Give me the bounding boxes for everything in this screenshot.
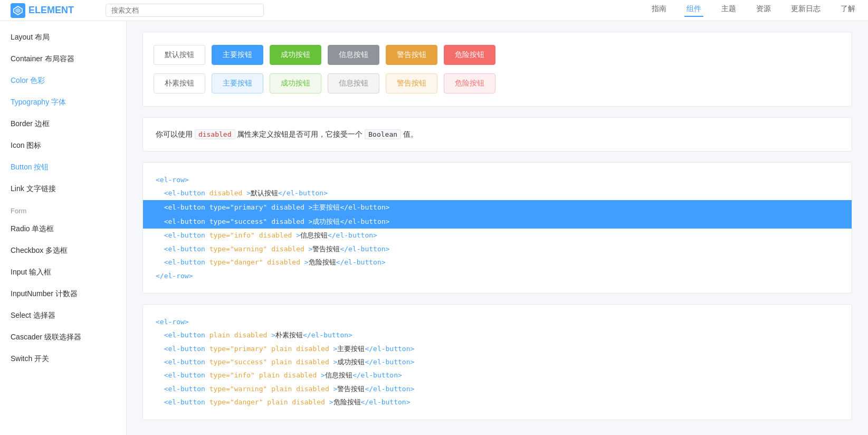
code-tag-h: <el-button <box>164 218 205 225</box>
search-input[interactable] <box>106 4 264 17</box>
nav-guide[interactable]: 指南 <box>650 4 669 17</box>
sidebar-item-radio[interactable]: Radio 单选框 <box>0 218 126 240</box>
search-bar[interactable] <box>106 4 264 17</box>
code-tag: </el-button> <box>303 331 352 339</box>
code-line-p5: <el-button type="warning" plain disabled… <box>156 382 839 395</box>
nav-about[interactable]: 了解 <box>838 4 857 17</box>
code-tag: <el-button <box>164 231 205 239</box>
code-line-6: <el-button type="danger" disabled >危险按钮<… <box>156 256 839 269</box>
code-tag: <el-row> <box>156 176 189 184</box>
btn-primary[interactable]: 主要按钮 <box>212 45 263 65</box>
code-line-elrow-open: <el-row> <box>156 173 839 186</box>
content-area: Layout 布局 Container 布局容器 Color 色彩 Typogr… <box>0 21 868 435</box>
btn-info[interactable]: 信息按钮 <box>328 45 379 65</box>
sidebar-item-container[interactable]: Container 布局容器 <box>0 48 126 70</box>
code-tag: <el-button <box>164 345 205 353</box>
code-line-3-highlighted: <el-button type="success" disabled >成功按钮… <box>143 214 852 229</box>
code-tag: <el-button <box>164 385 205 393</box>
code-attr-h: type="primary" disabled <box>209 203 304 211</box>
code-attr: plain disabled <box>209 331 268 339</box>
logo: ELEMENT <box>11 3 74 18</box>
info-code-boolean: Boolean <box>365 129 401 139</box>
btn-warning[interactable]: 警告按钮 <box>386 45 437 65</box>
code-tag: <el-button <box>164 245 205 253</box>
btn-plain-default[interactable]: 朴素按钮 <box>154 73 205 93</box>
code-line-p6: <el-button type="danger" plain disabled … <box>156 395 839 409</box>
nav-component[interactable]: 组件 <box>684 4 703 17</box>
code-line-elrow-close: </el-row> <box>156 269 839 282</box>
code-tag: </el-button> <box>352 371 402 379</box>
sidebar-item-typography[interactable]: Typography 字体 <box>0 91 126 113</box>
code-text: 危险按钮 <box>309 258 336 266</box>
nav-theme[interactable]: 主题 <box>719 4 738 17</box>
code-text: 警告按钮 <box>337 385 365 393</box>
code-text: 成功按钮 <box>337 358 365 366</box>
sidebar-item-border[interactable]: Border 边框 <box>0 113 126 135</box>
code-tag: > <box>296 231 300 239</box>
code-tag: <el-button <box>164 398 205 406</box>
code-line-4: <el-button type="info" disabled >信息按钮</e… <box>156 229 839 242</box>
code-tag: </el-button> <box>336 258 386 266</box>
sidebar-item-link[interactable]: Link 文字链接 <box>0 178 126 200</box>
info-box: 你可以使用 disabled 属性来定义按钮是否可用，它接受一个 Boolean… <box>142 117 852 152</box>
code-line-p3: <el-button type="success" plain disabled… <box>156 355 839 368</box>
code-block-2: <el-row> <el-button plain disabled >朴素按钮… <box>142 304 852 420</box>
code-attr: disabled <box>209 189 243 197</box>
code-attr-h: type="success" disabled <box>209 218 304 225</box>
code-attr: type="primary" plain disabled <box>209 345 329 353</box>
btn-success[interactable]: 成功按钮 <box>270 45 321 65</box>
sidebar-item-icon[interactable]: Icon 图标 <box>0 135 126 156</box>
code-attr: type="info" disabled <box>209 231 292 239</box>
code-line-p1: <el-button plain disabled >朴素按钮</el-butt… <box>156 328 839 342</box>
button-row-2: 朴素按钮 主要按钮 成功按钮 信息按钮 警告按钮 危险按钮 <box>154 73 841 93</box>
code-tag-h3: </el-button> <box>340 203 389 211</box>
nav-changelog[interactable]: 更新日志 <box>789 4 823 17</box>
sidebar-item-switch[interactable]: Switch 开关 <box>0 348 126 370</box>
btn-plain-info[interactable]: 信息按钮 <box>328 73 379 93</box>
code-line-p4: <el-button type="info" plain disabled >信… <box>156 368 839 382</box>
code-text: 朴素按钮 <box>275 331 303 339</box>
code-tag: </el-button> <box>365 358 414 366</box>
btn-plain-success[interactable]: 成功按钮 <box>270 73 321 93</box>
code-text: 警告按钮 <box>312 245 340 253</box>
code-tag: <el-button <box>164 371 205 379</box>
sidebar-item-select[interactable]: Select 选择器 <box>0 305 126 326</box>
code-line-p2: <el-button type="primary" plain disabled… <box>156 342 839 355</box>
code-tag: <el-button <box>164 189 205 197</box>
code-text-h: 成功按钮 <box>312 218 340 225</box>
sidebar-section-form: Form <box>0 200 126 218</box>
code-attr: type="warning" disabled <box>209 245 304 253</box>
btn-default[interactable]: 默认按钮 <box>154 45 205 65</box>
code-attr: type="danger" disabled <box>209 258 300 266</box>
code-tag: <el-row> <box>156 318 189 326</box>
code-attr: type="success" plain disabled <box>209 358 329 366</box>
sidebar-item-layout[interactable]: Layout 布局 <box>0 26 126 48</box>
code-block-1: <el-row> <el-button disabled >默认按钮</el-b… <box>142 162 852 294</box>
nav-resource[interactable]: 资源 <box>754 4 773 17</box>
btn-plain-danger[interactable]: 危险按钮 <box>444 73 495 93</box>
sidebar-item-button[interactable]: Button 按钮 <box>0 156 126 178</box>
btn-plain-warning[interactable]: 警告按钮 <box>386 73 437 93</box>
sidebar-item-color[interactable]: Color 色彩 <box>0 70 126 91</box>
code-text: 默认按钮 <box>251 189 278 197</box>
code-tag: </el-button> <box>365 385 414 393</box>
demo-section-buttons: 默认按钮 主要按钮 成功按钮 信息按钮 警告按钮 危险按钮 朴素按钮 主要按钮 … <box>142 32 852 107</box>
sidebar-item-inputnumber[interactable]: InputNumber 计数器 <box>0 283 126 305</box>
sidebar-item-cascader[interactable]: Cascader 级联选择器 <box>0 326 126 348</box>
code-text-h: 主要按钮 <box>312 203 340 211</box>
logo-text: ELEMENT <box>28 5 74 16</box>
top-nav: 指南 组件 主题 资源 更新日志 了解 <box>650 4 857 17</box>
sidebar-item-checkbox[interactable]: Checkbox 多选框 <box>0 240 126 261</box>
code-tag: </el-row> <box>156 272 193 280</box>
code-attr: type="info" plain disabled <box>209 371 317 379</box>
top-bar: ELEMENT 指南 组件 主题 资源 更新日志 了解 <box>0 0 868 21</box>
info-code-disabled: disabled <box>195 129 235 139</box>
info-text-after: 值。 <box>403 130 418 138</box>
code-tag: > <box>329 398 333 406</box>
btn-plain-primary[interactable]: 主要按钮 <box>212 73 263 93</box>
code-line-5: <el-button type="warning" disabled >警告按钮… <box>156 242 839 256</box>
btn-danger[interactable]: 危险按钮 <box>444 45 495 65</box>
info-text-middle: 属性来定义按钮是否可用，它接受一个 <box>237 130 363 138</box>
sidebar-item-input[interactable]: Input 输入框 <box>0 261 126 283</box>
code-tag: > <box>304 258 309 266</box>
